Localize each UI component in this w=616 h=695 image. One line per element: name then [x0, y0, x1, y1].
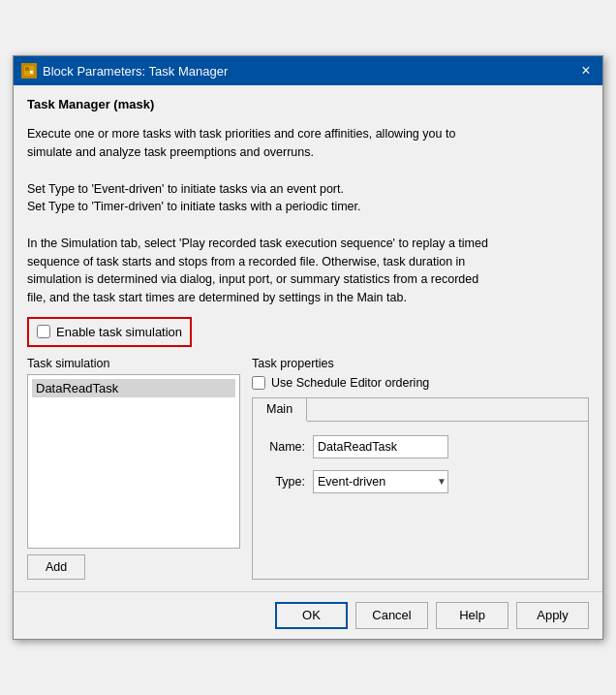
svg-rect-2: [30, 71, 33, 74]
name-input[interactable]: [313, 435, 448, 458]
desc-line5: Set Type to 'Timer-driven' to initiate t…: [27, 200, 361, 213]
help-button[interactable]: Help: [436, 602, 508, 629]
title-bar: Block Parameters: Task Manager ×: [14, 56, 602, 85]
desc-line4: Set Type to 'Event-driven' to initiate t…: [27, 182, 344, 196]
tab-main[interactable]: Main: [253, 398, 307, 422]
tab-container: Main Name: Type: Eve: [252, 397, 589, 580]
desc-line8: sequence of task starts and stops from a…: [27, 255, 465, 269]
apply-button[interactable]: Apply: [516, 602, 589, 629]
type-row: Type: Event-driven Timer-driven ▼: [264, 470, 576, 493]
type-label: Type:: [264, 475, 305, 489]
name-label: Name:: [264, 440, 305, 454]
type-select[interactable]: Event-driven Timer-driven: [313, 470, 448, 493]
cancel-button[interactable]: Cancel: [355, 602, 428, 629]
description-block: Execute one or more tasks with task prio…: [27, 125, 589, 307]
dialog-body: Task Manager (mask) Execute one or more …: [14, 85, 602, 591]
task-simulation-label: Task simulation: [27, 357, 240, 370]
mask-title: Task Manager (mask): [27, 97, 589, 111]
enable-task-simulation-row: Enable task simulation: [27, 317, 192, 347]
name-row: Name:: [264, 435, 576, 458]
desc-line10: file, and the task start times are deter…: [27, 291, 407, 304]
title-bar-left: Block Parameters: Task Manager: [21, 63, 228, 79]
main-content-area: Task simulation DataReadTask Add Task pr…: [27, 357, 589, 580]
task-properties-label: Task properties: [252, 357, 589, 370]
tab-content-main: Name: Type: Event-driven Timer-driven: [253, 422, 588, 507]
dialog-icon: [21, 63, 37, 79]
close-button[interactable]: ×: [577, 62, 595, 79]
type-select-wrapper: Event-driven Timer-driven ▼: [313, 470, 448, 493]
desc-line1: Execute one or more tasks with task prio…: [27, 127, 455, 141]
desc-line2: simulate and analyze task preemptions an…: [27, 145, 314, 159]
enable-task-simulation-checkbox[interactable]: [37, 325, 50, 338]
add-button[interactable]: Add: [27, 554, 85, 580]
task-list-box[interactable]: DataReadTask: [27, 374, 240, 549]
svg-rect-1: [25, 67, 29, 71]
title-text: Block Parameters: Task Manager: [43, 64, 228, 79]
dialog-footer: OK Cancel Help Apply: [14, 591, 602, 639]
task-properties-panel: Task properties Use Schedule Editor orde…: [252, 357, 589, 580]
desc-line7: In the Simulation tab, select 'Play reco…: [27, 237, 488, 250]
enable-task-simulation-label[interactable]: Enable task simulation: [56, 325, 182, 339]
use-schedule-editor-checkbox[interactable]: [252, 376, 265, 390]
tab-header: Main: [253, 398, 588, 422]
use-schedule-editor-row: Use Schedule Editor ordering: [252, 376, 589, 390]
dialog-window: Block Parameters: Task Manager × Task Ma…: [13, 55, 603, 640]
desc-line9: simulation is determined via dialog, inp…: [27, 272, 478, 286]
ok-button[interactable]: OK: [275, 602, 348, 629]
task-list-item[interactable]: DataReadTask: [32, 379, 235, 397]
task-simulation-panel: Task simulation DataReadTask Add: [27, 357, 240, 580]
use-schedule-editor-label[interactable]: Use Schedule Editor ordering: [271, 376, 429, 390]
